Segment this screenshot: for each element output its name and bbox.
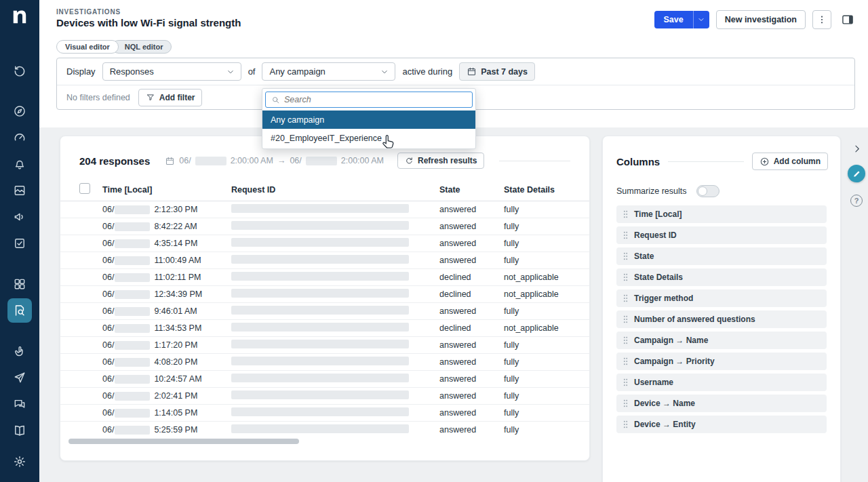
drag-handle-icon[interactable]	[623, 399, 628, 407]
column-item[interactable]: Request ID	[616, 226, 827, 244]
drag-handle-icon[interactable]	[623, 420, 628, 428]
help-button[interactable]: ?	[850, 195, 863, 207]
dropdown-search[interactable]	[265, 92, 473, 108]
tab-visual-editor[interactable]: Visual editor	[56, 40, 119, 54]
campaign-option[interactable]: Any campaign	[262, 111, 475, 129]
history-icon[interactable]	[7, 58, 32, 83]
drag-handle-icon[interactable]	[623, 315, 628, 323]
cell-state-details: not_applicable	[504, 323, 589, 333]
table-row[interactable]: 06/8:42:22 AM answered fully	[60, 218, 589, 235]
table-row[interactable]: 06/11:02:11 PM declined not_applicable	[60, 269, 589, 286]
column-item[interactable]: Username	[616, 374, 827, 391]
investigations-icon[interactable]	[7, 298, 32, 323]
edit-panel-button[interactable]	[848, 165, 865, 182]
compass-icon[interactable]	[7, 99, 32, 123]
save-options-caret[interactable]	[693, 11, 709, 28]
column-item[interactable]: State Details	[616, 268, 827, 286]
table-row[interactable]: 06/9:46:01 AM answered fully	[60, 303, 589, 320]
table-row[interactable]: 06/2:02:41 PM answered fully	[60, 388, 589, 405]
drag-handle-icon[interactable]	[623, 357, 628, 365]
column-item-label: Campaign → Name	[634, 336, 708, 345]
plus-circle-icon	[760, 157, 770, 167]
cell-state: declined	[439, 273, 504, 282]
display-select[interactable]: Responses	[102, 62, 241, 81]
applications-grid-icon[interactable]	[7, 272, 32, 296]
settings-gear-icon[interactable]	[7, 449, 32, 474]
cell-time: 06/11:34:53 PM	[102, 323, 231, 333]
col-header-state[interactable]: State	[439, 185, 504, 195]
toggle-knob	[698, 186, 707, 196]
cell-date-prefix: 06/	[102, 205, 114, 214]
time-range-value: Past 7 days	[481, 67, 528, 77]
workflows-check-icon[interactable]	[7, 231, 32, 256]
column-list: Time [Local] Request ID State	[603, 204, 840, 433]
drag-handle-icon[interactable]	[623, 294, 628, 302]
table-row[interactable]: 06/12:34:39 PM declined not_applicable	[60, 286, 589, 303]
drag-handle-icon[interactable]	[623, 252, 628, 260]
table-row[interactable]: 06/4:35:14 PM answered fully	[60, 235, 589, 252]
drag-handle-icon[interactable]	[623, 231, 628, 239]
gauge-icon[interactable]	[7, 125, 32, 150]
col-header-state-details[interactable]: State Details	[504, 185, 591, 195]
columns-header: Columns Add column	[603, 136, 840, 170]
drag-handle-icon[interactable]	[623, 336, 628, 344]
column-item[interactable]: Campaign → Name	[616, 332, 827, 349]
table-row[interactable]: 06/11:34:53 PM declined not_applicable	[60, 320, 589, 337]
cell-state-details: not_applicable	[504, 273, 589, 282]
column-item[interactable]: Trigger method	[616, 289, 827, 307]
engage-chat-icon[interactable]	[7, 392, 32, 416]
cell-state-details: fully	[504, 222, 589, 231]
drag-handle-icon[interactable]	[623, 378, 628, 386]
save-button[interactable]: Save	[654, 11, 693, 28]
select-all-checkbox[interactable]	[79, 183, 90, 194]
collapse-panel-chevron[interactable]	[852, 144, 862, 154]
table-row[interactable]: 06/11:00:49 AM answered fully	[60, 252, 589, 269]
library-book-icon[interactable]	[7, 418, 32, 443]
tab-nql-editor[interactable]: NQL editor	[112, 40, 172, 54]
summarize-toggle[interactable]	[696, 185, 719, 197]
horizontal-scrollbar[interactable]	[68, 439, 299, 444]
column-item[interactable]: Device → Name	[616, 395, 827, 412]
campaign-select[interactable]: Any campaign	[262, 62, 395, 81]
add-filter-button[interactable]: Add filter	[138, 89, 203, 106]
table-row[interactable]: 06/5:25:59 PM answered fully	[60, 422, 589, 436]
cell-state: declined	[439, 323, 504, 333]
dashboards-icon[interactable]	[7, 178, 32, 203]
cell-state: answered	[439, 357, 504, 367]
cell-date-prefix: 06/	[102, 222, 114, 231]
cell-date-prefix: 06/	[102, 306, 114, 316]
add-filter-label: Add filter	[159, 93, 195, 102]
dropdown-search-input[interactable]	[284, 95, 467, 104]
col-header-request-id[interactable]: Request ID	[231, 185, 439, 195]
time-range-button[interactable]: Past 7 days	[459, 62, 535, 81]
campaigns-icon[interactable]	[7, 205, 32, 229]
new-investigation-button[interactable]: New investigation	[716, 10, 806, 29]
panel-toggle-button[interactable]	[838, 10, 857, 29]
campaign-option-label: Any campaign	[271, 115, 324, 125]
column-item[interactable]: Time [Local]	[616, 205, 827, 223]
results-table: Time [Local] Request ID State State Deta…	[60, 178, 589, 436]
remote-actions-hand-icon[interactable]	[7, 339, 32, 363]
column-item[interactable]: Campaign → Priority	[616, 353, 827, 370]
table-row[interactable]: 06/1:17:20 PM answered fully	[60, 337, 589, 354]
table-row[interactable]: 06/4:08:20 PM answered fully	[60, 354, 589, 371]
drag-handle-icon[interactable]	[623, 273, 628, 281]
col-header-time[interactable]: Time [Local]	[102, 185, 231, 195]
table-row[interactable]: 06/2:12:30 PM answered fully	[60, 201, 589, 218]
table-row[interactable]: 06/1:14:05 PM answered fully	[60, 405, 589, 422]
add-column-button[interactable]: Add column	[752, 153, 828, 170]
main-area: INVESTIGATIONS Devices with low Wi-Fi si…	[39, 0, 868, 482]
more-options-kebab-button[interactable]	[812, 10, 831, 29]
column-item[interactable]: State	[616, 247, 827, 265]
campaign-option[interactable]: #20_EmployeeIT_Experience	[262, 129, 475, 147]
cell-request-id	[231, 289, 439, 300]
drag-handle-icon[interactable]	[623, 210, 628, 218]
launch-plane-icon[interactable]	[7, 365, 32, 390]
alerts-bell-icon[interactable]	[7, 152, 32, 176]
column-item[interactable]: Device → Entity	[616, 416, 827, 433]
refresh-results-button[interactable]: Refresh results	[397, 153, 484, 169]
cell-state: declined	[439, 289, 504, 299]
column-item[interactable]: Number of answered questions	[616, 310, 827, 328]
table-row[interactable]: 06/10:24:57 AM answered fully	[60, 371, 589, 388]
nexthink-logo[interactable]	[10, 7, 29, 30]
